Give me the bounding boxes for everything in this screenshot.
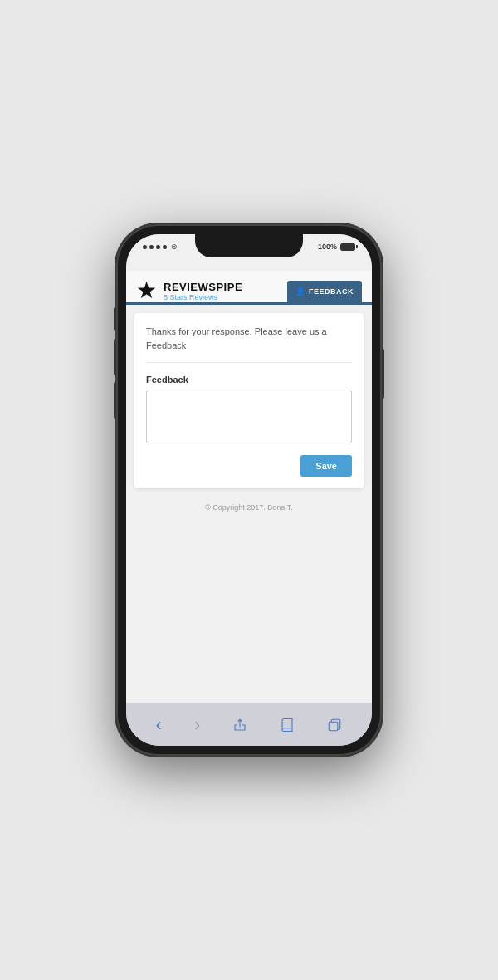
feedback-tab-button[interactable]: 👤 FEEDBACK <box>287 281 362 302</box>
bookmarks-button[interactable] <box>275 713 300 737</box>
battery-icon <box>340 243 355 251</box>
app-tagline: 5 Stars Reviews <box>164 293 242 301</box>
mute-button <box>114 307 116 331</box>
volume-down-button <box>114 382 116 419</box>
feedback-field-label: Feedback <box>146 375 352 385</box>
phone-frame: ⊜ 100% ★ REVIEWSPIPE 5 Stars Reviews <box>116 224 382 756</box>
chevron-right-icon <box>194 714 200 736</box>
notch <box>195 234 303 257</box>
save-button[interactable]: Save <box>300 455 352 477</box>
share-button[interactable] <box>227 713 252 737</box>
battery-area: 100% <box>318 243 355 251</box>
app-name: REVIEWSPIPE <box>164 281 242 293</box>
app-footer: © Copyright 2017. BonaIT. <box>126 497 372 518</box>
copyright-text: © Copyright 2017. BonaIT. <box>205 503 293 512</box>
share-icon <box>232 718 247 733</box>
star-icon: ★ <box>136 279 157 302</box>
signal-dot-3 <box>156 245 160 249</box>
back-button[interactable] <box>151 709 167 741</box>
save-button-row: Save <box>146 455 352 477</box>
phone-screen: ⊜ 100% ★ REVIEWSPIPE 5 Stars Reviews <box>126 234 372 746</box>
thank-you-message: Thanks for your response. Please leave u… <box>146 325 352 363</box>
signal-area: ⊜ <box>143 243 178 251</box>
battery-percent: 100% <box>318 243 337 251</box>
book-icon <box>280 718 295 733</box>
volume-up-button <box>114 339 116 375</box>
tabs-icon <box>327 718 342 733</box>
header-divider <box>126 302 372 305</box>
power-button <box>382 349 384 399</box>
logo-text: REVIEWSPIPE 5 Stars Reviews <box>164 281 242 301</box>
person-icon: 👤 <box>295 287 305 296</box>
app-header: ★ REVIEWSPIPE 5 Stars Reviews 👤 FEEDBACK <box>126 271 372 302</box>
signal-dot-1 <box>143 245 147 249</box>
tabs-button[interactable] <box>322 713 347 737</box>
signal-dot-2 <box>149 245 154 249</box>
forward-button[interactable] <box>189 709 205 741</box>
battery-fill <box>341 244 354 250</box>
chevron-left-icon <box>156 714 162 736</box>
feedback-tab-label: FEEDBACK <box>309 287 354 296</box>
logo-area: ★ REVIEWSPIPE 5 Stars Reviews <box>136 279 242 302</box>
status-bar: ⊜ 100% <box>126 234 372 271</box>
main-card: Thanks for your response. Please leave u… <box>134 313 364 488</box>
signal-dot-4 <box>163 245 167 249</box>
feedback-textarea[interactable] <box>146 390 352 443</box>
wifi-icon: ⊜ <box>171 243 178 251</box>
ios-bottom-bar <box>126 703 372 746</box>
svg-rect-0 <box>330 722 339 731</box>
screen-content: ★ REVIEWSPIPE 5 Stars Reviews 👤 FEEDBACK… <box>126 271 372 703</box>
